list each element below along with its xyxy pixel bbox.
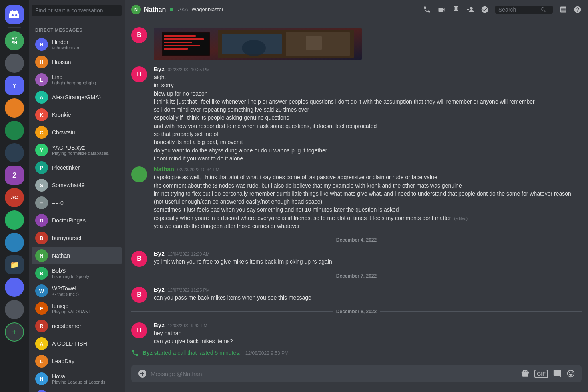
server-icon-10[interactable] — [5, 233, 24, 252]
server-icon-13[interactable] — [5, 300, 24, 319]
dm-search-input[interactable] — [32, 5, 122, 16]
server-icon-9[interactable] — [5, 210, 24, 230]
dm-item[interactable]: SSomewhat49 — [32, 176, 122, 194]
message-avatar[interactable]: B — [131, 27, 147, 43]
server-icon-2[interactable] — [5, 54, 24, 73]
server-icon-3[interactable]: Y — [5, 76, 24, 95]
add-attachment-button[interactable] — [138, 369, 147, 378]
dm-item[interactable]: CChowtsiu — [32, 124, 122, 141]
message-group: B Byz 12/08/2022 9:42 PM hey nathan can … — [125, 321, 588, 346]
dm-item[interactable]: BBobSListening to Spotify — [32, 264, 122, 282]
dm-item[interactable]: LLeapDay — [32, 352, 122, 370]
dm-avatar: Y — [35, 144, 48, 156]
discord-home-button[interactable] — [5, 5, 24, 24]
message-author[interactable]: Byz — [154, 286, 165, 293]
dm-item[interactable]: HHassan — [32, 53, 122, 71]
dm-item[interactable]: TTuanPlaying VALORANT — [32, 388, 122, 392]
dm-item-info: Somewhat49 — [52, 182, 85, 188]
dm-item-name: Somewhat49 — [52, 182, 85, 188]
server-icon-4[interactable] — [5, 98, 24, 118]
message-author[interactable]: Nathan — [154, 166, 174, 172]
dm-item-info: Hassan — [52, 59, 71, 65]
chat-input-box: GIF — [131, 365, 582, 382]
dm-item[interactable]: AA GOLD FISH — [32, 335, 122, 352]
emoji-icon[interactable] — [566, 369, 575, 378]
messages-container: B — [125, 19, 588, 365]
message-avatar[interactable]: B — [131, 287, 147, 303]
dm-avatar: L — [35, 355, 48, 368]
chat-search-input[interactable] — [498, 6, 538, 13]
message-group: B Byz 12/07/2022 11:25 PM can you pass m… — [125, 285, 588, 302]
dm-item[interactable]: PPiecetinker — [32, 159, 122, 176]
dm-item-name: burnyourself — [52, 235, 83, 241]
svg-rect-6 — [164, 45, 200, 46]
chat-input-area: GIF — [125, 365, 588, 392]
dm-item[interactable]: HHinder#chowderclan — [32, 36, 122, 53]
server-icon-14[interactable]: + — [5, 322, 24, 342]
divider-line — [380, 276, 582, 276]
message-timestamp: 02/23/2022 10:25 PM — [168, 67, 210, 72]
dm-item[interactable]: FfuniejoPlaying VALORANT — [32, 300, 122, 317]
add-friend-icon[interactable] — [466, 6, 474, 14]
dm-item[interactable]: WW3tTowel<- that's me :) — [32, 282, 122, 300]
server-icon-1[interactable]: RYSH — [5, 31, 24, 50]
dm-item-info: W3tTowel<- that's me :) — [52, 285, 79, 296]
dm-item-info: HovaPlaying League of Legends — [52, 373, 105, 384]
gif-button[interactable]: GIF — [534, 370, 548, 378]
gift-icon[interactable] — [521, 369, 530, 378]
edited-tag: (edited) — [454, 216, 468, 221]
dm-item-name: W3tTowel — [52, 285, 79, 292]
message-author[interactable]: Byz — [154, 322, 165, 328]
message-author[interactable]: Byz — [154, 250, 165, 257]
server-icon-5[interactable] — [5, 121, 24, 140]
dm-item[interactable]: KKronkie — [32, 106, 122, 124]
dm-item-info: Chowtsiu — [52, 129, 75, 136]
chat-input-field[interactable] — [151, 366, 518, 381]
dm-item-status: bgbgbgbgbgbgbgbgbg — [52, 80, 96, 85]
dm-item[interactable]: ===-0 — [32, 194, 122, 212]
phone-icon[interactable] — [423, 6, 431, 14]
svg-rect-12 — [306, 36, 322, 50]
help-icon[interactable] — [574, 6, 582, 14]
message-content: hey nathan can you give back mikes items… — [154, 329, 582, 346]
server-icon-11[interactable]: 📁 — [5, 255, 24, 274]
message-author[interactable]: Byz — [154, 66, 165, 72]
video-icon[interactable] — [437, 6, 446, 14]
dm-item[interactable]: AAlex(StrangerGMA) — [32, 88, 122, 106]
server-icon-8[interactable]: AC — [5, 188, 24, 207]
message-avatar[interactable]: B — [131, 251, 147, 267]
inbox-icon[interactable] — [559, 6, 567, 14]
divider-line — [380, 240, 582, 240]
sticker-icon[interactable] — [553, 369, 562, 378]
dm-item-name: ricesteamer — [52, 323, 81, 329]
date-divider-dec7: December 7, 2022 — [125, 270, 588, 282]
dm-item-info: Nathan — [52, 252, 70, 259]
message-group: B Byz 02/23/2022 10:25 PM aight im sorry… — [125, 65, 588, 163]
svg-rect-4 — [164, 38, 204, 40]
pin-icon[interactable] — [452, 6, 460, 14]
dm-item[interactable]: Rricesteamer — [32, 317, 122, 335]
dm-item[interactable]: HHovaPlaying League of Legends — [32, 370, 122, 388]
profile-icon[interactable] — [481, 6, 489, 14]
dm-item[interactable]: NNathan — [32, 247, 122, 264]
dm-item[interactable]: DDoctorPingas — [32, 212, 122, 229]
server-icon-7[interactable]: 2 — [5, 166, 24, 185]
message-avatar[interactable] — [131, 166, 147, 182]
message-avatar[interactable]: B — [131, 322, 147, 338]
server-icon-6[interactable] — [5, 143, 24, 162]
dm-item-status: Playing normalize databases. — [52, 151, 110, 156]
dm-avatar: L — [35, 73, 48, 86]
dm-item[interactable]: Bburnyourself — [32, 229, 122, 247]
dm-item-name: BobS — [52, 268, 89, 274]
dm-item[interactable]: LLingbgbgbgbgbgbgbgbgbg — [32, 71, 122, 88]
chat-search[interactable] — [495, 6, 553, 14]
dm-avatar: H — [35, 372, 48, 385]
dm-avatar: B — [35, 267, 48, 280]
message-avatar[interactable]: B — [131, 66, 147, 82]
message-header: Byz 02/23/2022 10:25 PM — [154, 66, 582, 72]
server-icon-12[interactable] — [5, 278, 24, 297]
call-indicator: Byz started a call that lasted 5 minutes… — [125, 348, 588, 358]
dm-item[interactable]: YYAGPDB.xyzPlaying normalize databases. — [32, 141, 122, 159]
dm-item-info: DoctorPingas — [52, 217, 86, 224]
dm-avatar: = — [35, 196, 48, 209]
